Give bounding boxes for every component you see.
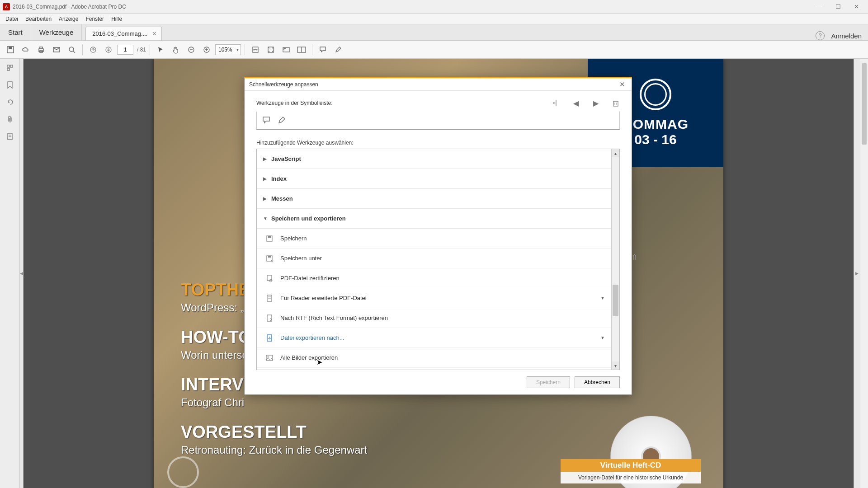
export-images-icon — [265, 353, 274, 362]
svg-rect-28 — [613, 101, 618, 106]
cancel-button[interactable]: Abbrechen — [575, 376, 620, 388]
category-label: Messen — [271, 195, 293, 202]
tool-item[interactable]: Für Reader erweiterte PDF-Datei▼ — [257, 288, 611, 308]
category-row[interactable]: ▼Speichern und exportieren — [257, 209, 611, 229]
expand-icon: ▶ — [263, 156, 268, 161]
export-file-icon — [265, 333, 274, 343]
save-as-icon — [265, 254, 274, 263]
tree-scrollbar[interactable]: ▴ ▾ — [611, 149, 619, 370]
svg-point-27 — [553, 102, 555, 104]
scroll-up-icon[interactable]: ▴ — [612, 149, 619, 157]
reader-extend-icon — [265, 294, 274, 303]
tool-item[interactable]: PDF-Datei zertifizieren — [257, 268, 611, 288]
tool-item[interactable]: Nach RTF (Rich Text Format) exportieren — [257, 308, 611, 328]
tools-tree: ▶JavaScript ▶Index ▶Messen ▼Speichern un… — [256, 149, 620, 370]
customize-tools-dialog: Schnellwerkzeuge anpassen ✕ Werkzeuge in… — [244, 77, 632, 395]
tool-label: Speichern — [280, 235, 307, 242]
expand-icon: ▶ — [263, 176, 268, 181]
category-row[interactable]: ▶Messen — [257, 189, 611, 209]
tool-label: PDF-Datei zertifizieren — [280, 275, 340, 282]
tool-item[interactable]: Alle Bilder exportieren — [257, 348, 611, 368]
tool-item[interactable]: Speichern unter — [257, 249, 611, 268]
toolbar-comment-icon[interactable] — [261, 115, 271, 125]
save-file-icon — [265, 234, 274, 243]
tool-label: Nach RTF (Rich Text Format) exportieren — [280, 314, 388, 321]
tool-label: Alle Bilder exportieren — [280, 354, 338, 361]
tool-label: Für Reader erweiterte PDF-Datei — [280, 295, 367, 301]
category-row[interactable]: ▶JavaScript — [257, 149, 611, 169]
tool-item[interactable]: Speichern — [257, 229, 611, 249]
dialog-overlay: Schnellwerkzeuge anpassen ✕ Werkzeuge in… — [0, 0, 868, 488]
dialog-title: Schnellwerkzeuge anpassen — [249, 81, 318, 88]
dialog-titlebar: Schnellwerkzeuge anpassen ✕ — [245, 78, 632, 91]
tool-item[interactable]: Datei exportieren nach...▼ — [257, 328, 611, 348]
move-right-icon[interactable]: ▶ — [592, 99, 600, 107]
dialog-close-icon[interactable]: ✕ — [618, 80, 627, 89]
dropdown-icon[interactable]: ▼ — [600, 335, 605, 340]
collapse-icon: ▼ — [263, 216, 268, 221]
dropdown-icon[interactable]: ▼ — [600, 296, 605, 300]
toolbar-highlight-icon[interactable] — [277, 115, 287, 125]
expand-icon: ▶ — [263, 196, 268, 201]
current-toolbar-box — [256, 112, 620, 130]
add-to-toolbar-icon[interactable]: ⇧ — [631, 253, 638, 263]
delete-icon[interactable] — [612, 99, 620, 107]
toolbar-label: Werkzeuge in der Symbolleiste: — [256, 100, 333, 106]
move-left-icon[interactable]: ◀ — [572, 99, 580, 107]
scroll-down-icon[interactable]: ▾ — [612, 361, 619, 370]
save-button[interactable]: Speichern — [527, 376, 570, 388]
svg-rect-41 — [266, 355, 273, 361]
tool-label: Speichern unter — [280, 255, 322, 262]
category-label: Speichern und exportieren — [271, 215, 346, 222]
export-rtf-icon — [265, 314, 274, 323]
category-label: JavaScript — [271, 155, 301, 162]
divider-icon[interactable] — [552, 99, 560, 107]
category-label: Index — [271, 175, 287, 182]
svg-point-42 — [268, 356, 269, 357]
category-row[interactable]: ▶Index — [257, 169, 611, 189]
tool-label: Datei exportieren nach... — [280, 334, 344, 341]
svg-rect-33 — [268, 236, 271, 238]
scroll-thumb[interactable] — [613, 285, 618, 316]
add-tools-label: Hinzuzufügende Werkzeuge auswählen: — [256, 140, 620, 146]
certify-icon — [265, 274, 274, 283]
svg-rect-35 — [268, 256, 271, 258]
